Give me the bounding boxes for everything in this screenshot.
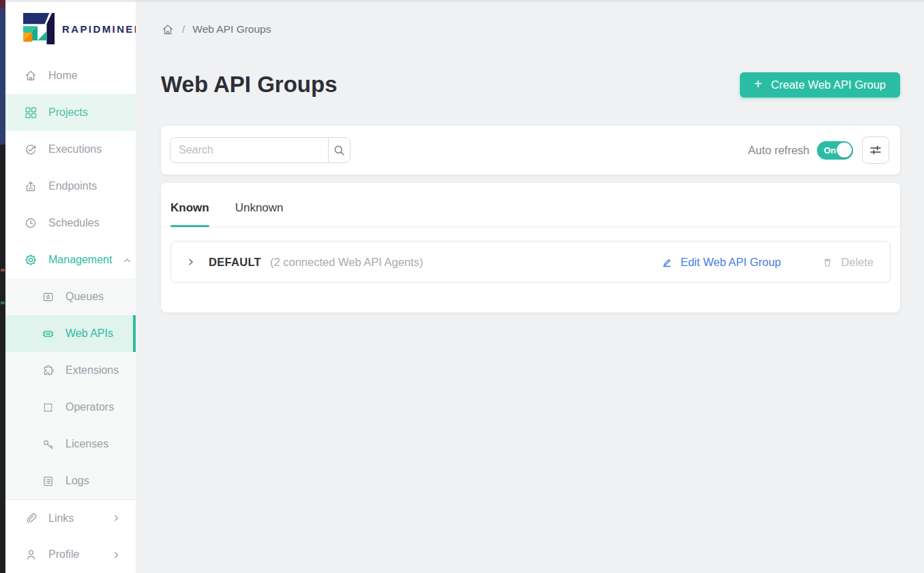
sidebar-item-schedules[interactable]: Schedules bbox=[5, 205, 136, 241]
sidebar-item-label: Profile bbox=[48, 548, 79, 561]
sidebar-item-label: Web APIs bbox=[65, 327, 113, 340]
sidebar-item-operators[interactable]: Operators bbox=[5, 389, 136, 426]
web-api-group-row[interactable]: DEFAULT (2 connected Web API Agents) Edi… bbox=[170, 241, 891, 283]
sidebar-item-endpoints[interactable]: Endpoints bbox=[5, 168, 136, 205]
executions-refresh-icon bbox=[24, 143, 38, 156]
tab-unknown[interactable]: Unknown bbox=[235, 201, 284, 226]
sliders-icon bbox=[869, 143, 882, 157]
endpoints-deploy-icon bbox=[24, 179, 38, 193]
tabs: Known Unknown bbox=[161, 183, 900, 227]
search-input[interactable] bbox=[170, 138, 328, 162]
web-apis-chip-icon bbox=[41, 327, 55, 340]
chevron-right-icon bbox=[112, 514, 121, 523]
delete-link-label: Delete bbox=[841, 256, 874, 269]
search-button[interactable] bbox=[328, 138, 350, 162]
breadcrumb: / Web API Groups bbox=[161, 23, 900, 36]
expand-chevron-icon bbox=[186, 255, 196, 269]
chevron-right-icon bbox=[112, 550, 121, 559]
search-group bbox=[170, 137, 351, 163]
sidebar-item-executions[interactable]: Executions bbox=[5, 131, 136, 168]
toolbar-right: Auto refresh On bbox=[748, 136, 889, 164]
sidebar-item-web-apis[interactable]: Web APIs bbox=[5, 315, 136, 352]
links-paperclip-icon bbox=[24, 512, 38, 525]
sidebar-item-home[interactable]: Home bbox=[5, 57, 136, 94]
sidebar-item-logs[interactable]: Logs bbox=[5, 462, 136, 499]
sidebar-item-label: Endpoints bbox=[48, 180, 97, 192]
schedules-clock-icon bbox=[24, 216, 38, 230]
sidebar-item-label: Logs bbox=[65, 475, 89, 487]
edit-link-label: Edit Web API Group bbox=[681, 256, 781, 269]
operators-brackets-icon bbox=[41, 400, 55, 414]
create-web-api-group-button[interactable]: + Create Web API Group bbox=[740, 72, 900, 98]
background-window-sliver bbox=[0, 0, 5, 573]
home-icon bbox=[24, 69, 38, 83]
window-top-edge bbox=[5, 0, 924, 2]
group-name: DEFAULT bbox=[209, 256, 261, 269]
chevron-up-icon bbox=[123, 256, 132, 265]
breadcrumb-home-icon[interactable] bbox=[161, 23, 175, 36]
plus-icon: + bbox=[754, 77, 762, 91]
toggle-state-label: On bbox=[824, 145, 836, 156]
sidebar: RAPIDMINER Home Projects bbox=[5, 0, 136, 573]
create-button-label: Create Web API Group bbox=[771, 78, 886, 91]
logs-list-icon bbox=[41, 474, 55, 488]
sidebar-item-label: Management bbox=[48, 254, 112, 266]
sidebar-item-extensions[interactable]: Extensions bbox=[5, 352, 136, 389]
sidebar-item-label: Queues bbox=[65, 291, 104, 303]
sidebar-item-profile[interactable]: Profile bbox=[5, 536, 136, 573]
groups-card: Known Unknown DEFAULT (2 connected Web A… bbox=[161, 183, 900, 312]
app-window: RAPIDMINER Home Projects bbox=[0, 0, 924, 573]
toggle-knob bbox=[837, 143, 852, 158]
sidebar-item-management[interactable]: Management bbox=[5, 241, 136, 278]
tab-known[interactable]: Known bbox=[170, 201, 209, 226]
edit-pen-icon bbox=[660, 255, 674, 269]
sidebar-item-label: Executions bbox=[48, 143, 102, 156]
breadcrumb-current: Web API Groups bbox=[192, 23, 271, 35]
page-header: Web API Groups + Create Web API Group bbox=[161, 72, 900, 98]
search-icon bbox=[333, 143, 346, 157]
sidebar-item-queues[interactable]: Queues bbox=[5, 278, 136, 315]
sidebar-item-links[interactable]: Links bbox=[5, 499, 136, 536]
profile-person-icon bbox=[24, 548, 38, 561]
toolbar-card: Auto refresh On bbox=[161, 126, 900, 175]
edit-web-api-group-link[interactable]: Edit Web API Group bbox=[660, 255, 781, 269]
delete-group-button[interactable]: Delete bbox=[820, 255, 874, 269]
page-title: Web API Groups bbox=[161, 72, 338, 98]
rapidminer-logo[interactable]: RAPIDMINER bbox=[5, 0, 136, 57]
sidebar-item-label: Schedules bbox=[48, 217, 100, 229]
main-content: / Web API Groups Web API Groups + Create… bbox=[136, 0, 924, 573]
group-agents-info: (2 connected Web API Agents) bbox=[270, 256, 423, 269]
auto-refresh-toggle[interactable]: On bbox=[817, 141, 853, 160]
breadcrumb-separator: / bbox=[182, 23, 185, 35]
sidebar-item-label: Home bbox=[48, 70, 78, 82]
sidebar-item-label: Extensions bbox=[65, 364, 119, 377]
sidebar-item-licenses[interactable]: Licenses bbox=[5, 426, 136, 462]
management-submenu: Queues Web APIs bbox=[5, 278, 136, 499]
sidebar-item-label: Licenses bbox=[65, 438, 108, 450]
sidebar-item-projects[interactable]: Projects bbox=[5, 94, 136, 131]
extensions-puzzle-icon bbox=[41, 364, 55, 377]
projects-grid-icon bbox=[24, 106, 38, 119]
licenses-key-icon bbox=[41, 437, 55, 451]
filter-settings-button[interactable] bbox=[862, 136, 889, 164]
sidebar-item-label: Projects bbox=[48, 106, 88, 119]
trash-icon bbox=[820, 255, 834, 269]
queues-icon bbox=[41, 290, 55, 304]
sidebar-item-label: Operators bbox=[65, 401, 114, 413]
auto-refresh-label: Auto refresh bbox=[748, 144, 809, 157]
management-gear-icon bbox=[24, 253, 38, 267]
selected-indicator-bar bbox=[133, 315, 136, 352]
rapidminer-logo-icon bbox=[23, 13, 55, 44]
sidebar-item-label: Links bbox=[48, 512, 74, 525]
logo-wordmark: RAPIDMINER bbox=[62, 23, 143, 35]
